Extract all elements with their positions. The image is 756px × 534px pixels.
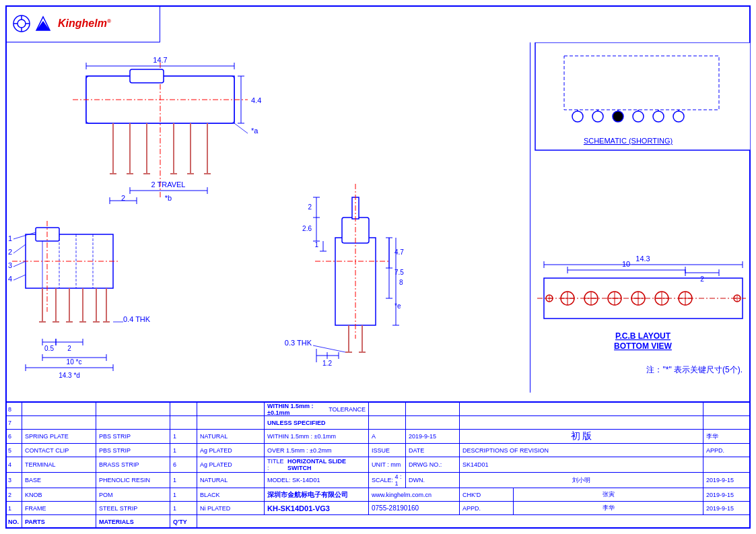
title-row-5: 5 CONTACT CLIP PBS STRIP 1 Ag PLATED OVE…	[5, 444, 751, 457]
finish-5: Ag PLATED	[197, 444, 265, 457]
qty-1: 1	[170, 502, 197, 514]
svg-text:2: 2	[700, 275, 704, 283]
rev-col	[369, 403, 406, 415]
dwn-name: 刘小明	[460, 473, 703, 488]
svg-text:*b: *b	[165, 194, 172, 202]
svg-text:2: 2	[67, 345, 71, 352]
qty-2: 1	[170, 488, 197, 501]
desc-5: DESCRIPTIONS OF REVISION	[460, 444, 703, 457]
drawing-svg: 14.7 4.4 *a 2 TRAVEL 2 *b	[5, 42, 751, 393]
materials-7	[96, 416, 170, 429]
tolerance-label: WITHIN 1.5mm : ±0.1mm	[267, 403, 329, 416]
logo-text: Kinghelm	[58, 18, 107, 29]
model-val: SK-14D01	[292, 477, 320, 483]
chkd-name: 张寅	[514, 488, 703, 501]
no-6: 6	[5, 430, 22, 443]
svg-text:*e: *e	[394, 302, 401, 310]
materials-2: POM	[96, 488, 170, 501]
finish-6: NATURAL	[197, 430, 265, 443]
phone: 0755-28190160	[369, 502, 460, 514]
title-header-row: NO. PARTS MATERIALS Q'TY	[5, 515, 751, 529]
drwg-label: DRWG NO.:	[406, 457, 460, 472]
parts-header: PARTS	[22, 515, 96, 528]
logo-reg: ®	[107, 18, 111, 24]
scale-cell: SCALE: 4 : 1	[369, 473, 406, 488]
desc-col	[460, 403, 703, 415]
no-3: 3	[5, 473, 22, 488]
no-8: 8	[5, 403, 22, 415]
svg-line-71	[13, 275, 26, 280]
title-row-7: 7 UNLESS SPECIFIED	[5, 416, 751, 430]
no-2: 2	[5, 488, 22, 501]
appd-label-1: APPD.	[460, 502, 514, 514]
chkd-label: CHK'D	[460, 488, 514, 501]
unless-specified: UNLESS SPECIFIED	[265, 416, 369, 429]
title-label: TITLE :	[267, 458, 285, 471]
header: Kinghelm®	[5, 5, 160, 42]
finish-3: NATURAL	[197, 473, 265, 488]
svg-line-67	[13, 244, 26, 253]
svg-text:*a: *a	[251, 127, 259, 135]
finish-4: Ag PLATED	[197, 457, 265, 472]
appd-name-1: 李华	[514, 502, 703, 514]
logo-arrow-icon	[34, 14, 53, 33]
svg-text:BOTTOM  VIEW: BOTTOM VIEW	[614, 341, 672, 351]
materials-5: PBS STRIP	[96, 444, 170, 457]
materials-4: BRASS STRIP	[96, 457, 170, 472]
svg-text:10: 10	[622, 260, 630, 268]
appd-5: APPD.	[703, 444, 751, 457]
svg-point-129	[572, 111, 583, 122]
parts-8	[22, 403, 96, 415]
finish-1: Ni PLATED	[197, 502, 265, 514]
svg-text:0.3 THK: 0.3 THK	[285, 339, 312, 347]
finish-8	[197, 403, 265, 415]
svg-text:1.2: 1.2	[322, 360, 332, 367]
parts-3: BASE	[22, 473, 96, 488]
svg-text:2: 2	[8, 248, 12, 256]
logo-icon	[12, 14, 31, 33]
parts-1: FRAME	[22, 502, 96, 514]
tol-label: WITHIN 1.5mm : ±0.1mm TOLERANCE	[265, 403, 369, 415]
svg-text:14.3: 14.3	[635, 255, 650, 263]
scale-label: SCALE:	[372, 477, 393, 483]
svg-point-133	[653, 111, 664, 122]
svg-text:0.5: 0.5	[44, 345, 54, 352]
svg-point-130	[592, 111, 603, 122]
title-row-1: 1 FRAME STEEL STRIP 1 Ni PLATED KH-SK14D…	[5, 502, 751, 515]
svg-text:14.7: 14.7	[153, 56, 167, 64]
materials-1: STEEL STRIP	[96, 502, 170, 514]
svg-text:2: 2	[308, 203, 312, 211]
svg-text:4.4: 4.4	[251, 96, 261, 104]
svg-line-121	[313, 345, 345, 352]
tol-within: WITHIN 1.5mm : ±0.1mm	[265, 430, 369, 443]
parts-6: SPRING PLATE	[22, 430, 96, 443]
svg-text:2.6: 2.6	[302, 225, 312, 232]
svg-text:1: 1	[8, 234, 12, 242]
svg-text:14.3  *d: 14.3 *d	[59, 372, 80, 379]
svg-text:10  *c: 10 *c	[67, 358, 82, 366]
rev-6: A	[369, 430, 406, 443]
company-cell: 深圳市金航标电子有限公司	[265, 488, 369, 501]
parts-2: KNOB	[22, 488, 96, 501]
part-no: KH-SK14D01-VG3	[265, 502, 369, 514]
model-label: MODEL:	[267, 477, 291, 483]
svg-line-34	[234, 123, 248, 133]
qty-6: 1	[170, 430, 197, 443]
svg-line-69	[13, 261, 26, 267]
svg-point-131	[613, 111, 623, 122]
no-4: 4	[5, 457, 22, 472]
svg-text:0.4 THK: 0.4 THK	[123, 315, 151, 323]
chkd-date: 2019-9-15	[703, 488, 751, 501]
finish-7	[197, 416, 265, 429]
date-5: DATE	[406, 444, 460, 457]
materials-header: MATERIALS	[96, 515, 170, 528]
appd-6: 李华	[703, 430, 751, 443]
materials-3: PHENOLIC RESIN	[96, 473, 170, 488]
svg-text:SCHEMATIC  (SHORTING): SCHEMATIC (SHORTING)	[584, 137, 673, 145]
no-1: 1	[5, 502, 22, 514]
title-row-4: 4 TERMINAL BRASS STRIP 6 Ag PLATED TITLE…	[5, 457, 751, 473]
no-header: NO.	[5, 515, 22, 528]
appd-date-1: 2019-9-15	[703, 502, 751, 514]
parts-7	[22, 416, 96, 429]
title-value: HORIZONTAL SLIDE SWITCH	[287, 458, 366, 471]
